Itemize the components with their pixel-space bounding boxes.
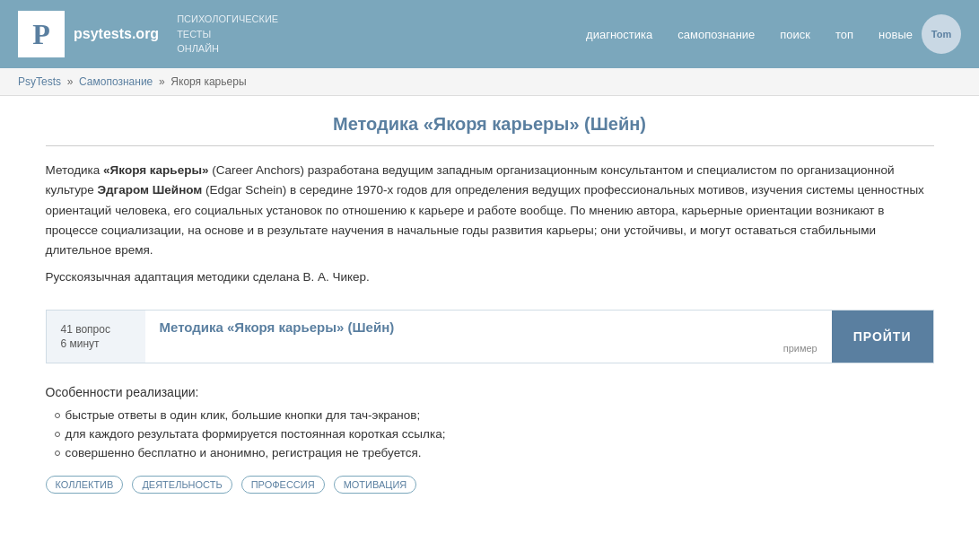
bullet-icon bbox=[55, 432, 60, 437]
breadcrumb-self-knowledge[interactable]: Самопознание bbox=[79, 75, 153, 88]
site-tagline: ПСИХОЛОГИЧЕСКИЕ ТЕСТЫ ОНЛАЙН bbox=[177, 12, 278, 57]
test-meta: 41 вопрос 6 минут bbox=[47, 311, 145, 363]
features-section: Особенности реализации: быстрые ответы в… bbox=[46, 385, 934, 459]
logo-box[interactable]: P bbox=[18, 11, 65, 57]
tag-profession[interactable]: ПРОФЕССИЯ bbox=[241, 476, 325, 494]
pass-test-button[interactable]: ПРОЙТИ bbox=[832, 311, 933, 363]
bold-anchors: «Якоря карьеры» bbox=[103, 163, 208, 177]
features-title: Особенности реализации: bbox=[46, 385, 934, 399]
nav-self-knowledge[interactable]: самопознание bbox=[677, 28, 755, 41]
list-item: быстрые ответы в один клик, большие кноп… bbox=[55, 408, 934, 422]
main-nav: диагностика самопознание поиск топ новые bbox=[586, 28, 913, 41]
description: Методика «Якоря карьеры» (Career Anchors… bbox=[46, 161, 934, 288]
breadcrumb-current: Якоря карьеры bbox=[170, 75, 246, 88]
main-content: Методика «Якоря карьеры» (Шейн) Методика… bbox=[19, 96, 961, 512]
list-item: совершенно бесплатно и анонимно, регистр… bbox=[55, 446, 934, 459]
feature-text-1: быстрые ответы в один клик, большие кноп… bbox=[66, 408, 421, 422]
feature-text-3: совершенно бесплатно и анонимно, регистр… bbox=[66, 446, 422, 459]
adaptation-text: Русскоязычная адаптация методики сделана… bbox=[46, 267, 934, 287]
nav-search[interactable]: поиск bbox=[780, 28, 810, 41]
features-list: быстрые ответы в один клик, большие кноп… bbox=[46, 408, 934, 459]
logo-letter: P bbox=[32, 18, 50, 51]
header: P psytests.org ПСИХОЛОГИЧЕСКИЕ ТЕСТЫ ОНЛ… bbox=[0, 0, 979, 68]
tag-activity[interactable]: ДЕЯТЕЛЬНОСТЬ bbox=[132, 476, 232, 494]
test-info: Методика «Якоря карьеры» (Шейн) пример bbox=[145, 311, 832, 363]
breadcrumb-home[interactable]: PsyTests bbox=[18, 75, 61, 88]
bullet-icon bbox=[55, 451, 60, 456]
nav-top[interactable]: топ bbox=[835, 28, 853, 41]
feature-text-2: для каждого результата формируется посто… bbox=[66, 427, 446, 441]
nav-diagnostics[interactable]: диагностика bbox=[586, 28, 652, 41]
nav-new[interactable]: новые bbox=[878, 28, 913, 41]
bold-schein: Эдгаром Шейном bbox=[98, 183, 203, 197]
tag-motivation[interactable]: МОТИВАЦИЯ bbox=[334, 476, 417, 494]
site-name[interactable]: psytests.org bbox=[74, 26, 159, 42]
bullet-icon bbox=[55, 413, 60, 418]
test-card: 41 вопрос 6 минут Методика «Якоря карьер… bbox=[46, 310, 934, 363]
tag-collective[interactable]: КОЛЛЕКТИВ bbox=[46, 476, 124, 494]
time-estimate: 6 минут bbox=[61, 337, 131, 350]
tags-section: КОЛЛЕКТИВ ДЕЯТЕЛЬНОСТЬ ПРОФЕССИЯ МОТИВАЦ… bbox=[46, 476, 934, 494]
page-title: Методика «Якоря карьеры» (Шейн) bbox=[46, 114, 934, 146]
list-item: для каждого результата формируется посто… bbox=[55, 427, 934, 441]
question-count: 41 вопрос bbox=[61, 323, 131, 336]
test-example-link[interactable]: пример bbox=[160, 343, 817, 354]
avatar[interactable]: Tom bbox=[922, 14, 961, 54]
test-card-title: Методика «Якоря карьеры» (Шейн) bbox=[160, 319, 817, 335]
breadcrumb: PsyTests » Самопознание » Якоря карьеры bbox=[0, 68, 979, 96]
